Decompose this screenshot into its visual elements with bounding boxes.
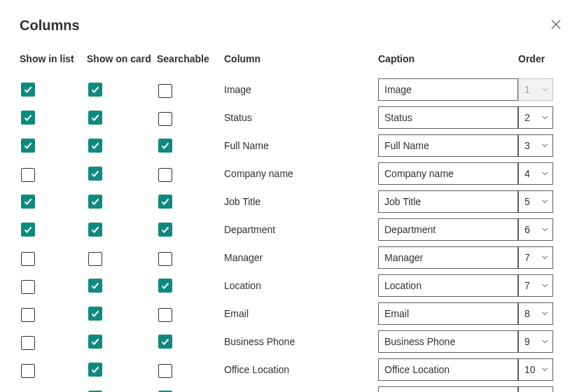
table-row: Department 6 xyxy=(20,217,564,242)
column-name-label: Department xyxy=(224,224,378,235)
chevron-down-icon xyxy=(541,142,548,149)
order-value: 6 xyxy=(524,224,530,235)
check-icon xyxy=(90,309,100,318)
check-icon xyxy=(160,225,170,234)
order-select[interactable]: 2 xyxy=(518,106,553,129)
order-select[interactable]: 9 xyxy=(518,330,553,353)
check-icon xyxy=(23,197,33,206)
checkbox-show-on-card[interactable] xyxy=(88,195,102,209)
table-row: Full Name 3 xyxy=(20,133,564,158)
table-header-row: Show in list Show on card Searchable Col… xyxy=(20,46,564,71)
column-name-label: Manager xyxy=(224,252,378,263)
caption-input[interactable] xyxy=(378,78,518,101)
checkbox-show-in-list[interactable] xyxy=(21,252,35,266)
checkbox-show-in-list[interactable] xyxy=(21,168,35,182)
checkbox-show-on-card[interactable] xyxy=(88,363,102,377)
caption-input[interactable] xyxy=(378,274,518,297)
check-icon xyxy=(90,225,100,234)
checkbox-searchable[interactable] xyxy=(158,223,172,237)
caption-input[interactable] xyxy=(378,330,518,353)
checkbox-show-on-card[interactable] xyxy=(88,139,102,153)
order-value: 1 xyxy=(524,84,530,95)
caption-input[interactable] xyxy=(378,218,518,241)
chevron-down-icon xyxy=(541,366,548,373)
caption-input[interactable] xyxy=(378,246,518,269)
order-select[interactable]: 7 xyxy=(518,246,553,269)
order-select[interactable]: 3 xyxy=(518,134,553,157)
caption-input[interactable] xyxy=(378,134,518,157)
table-row: Business Phone 9 xyxy=(20,329,564,354)
table-row: Cell phone 11 xyxy=(20,385,564,392)
checkbox-show-on-card[interactable] xyxy=(88,335,102,349)
table-row: Office Location 10 xyxy=(20,357,564,382)
checkbox-show-on-card[interactable] xyxy=(88,83,102,97)
caption-input[interactable] xyxy=(378,162,518,185)
column-name-label: Location xyxy=(224,280,378,291)
column-name-label: Full Name xyxy=(224,140,378,151)
table-row: Status 2 xyxy=(20,105,564,130)
checkbox-show-in-list[interactable] xyxy=(21,308,35,322)
order-select[interactable]: 11 xyxy=(518,386,553,392)
checkbox-searchable[interactable] xyxy=(158,84,172,98)
column-name-label: Job Title xyxy=(224,196,378,207)
checkbox-searchable[interactable] xyxy=(158,168,172,182)
checkbox-show-in-list[interactable] xyxy=(21,223,35,237)
order-select[interactable]: 7 xyxy=(518,274,553,297)
chevron-down-icon xyxy=(541,86,548,93)
checkbox-searchable[interactable] xyxy=(158,195,172,209)
page-title: Columns xyxy=(20,18,80,34)
order-select[interactable]: 4 xyxy=(518,162,553,185)
checkbox-show-in-list[interactable] xyxy=(21,280,35,294)
header-searchable: Searchable xyxy=(157,53,224,64)
checkbox-searchable[interactable] xyxy=(158,279,172,293)
caption-input[interactable] xyxy=(378,302,518,325)
checkbox-searchable[interactable] xyxy=(158,112,172,126)
check-icon xyxy=(90,169,100,178)
caption-input[interactable] xyxy=(378,358,518,381)
checkbox-show-on-card[interactable] xyxy=(88,223,102,237)
chevron-down-icon xyxy=(541,254,548,261)
chevron-down-icon xyxy=(541,114,548,121)
chevron-down-icon xyxy=(541,310,548,317)
close-button[interactable] xyxy=(548,17,564,34)
checkbox-show-in-list[interactable] xyxy=(21,336,35,350)
checkbox-show-in-list[interactable] xyxy=(21,139,35,153)
check-icon xyxy=(90,141,100,150)
checkbox-show-in-list[interactable] xyxy=(21,111,35,125)
order-value: 4 xyxy=(524,168,530,179)
order-select[interactable]: 5 xyxy=(518,190,553,213)
order-select[interactable]: 10 xyxy=(518,358,553,381)
order-value: 7 xyxy=(524,252,530,263)
chevron-down-icon xyxy=(541,170,548,177)
checkbox-show-in-list[interactable] xyxy=(21,195,35,209)
checkbox-show-in-list[interactable] xyxy=(21,364,35,378)
check-icon xyxy=(90,365,100,374)
check-icon xyxy=(90,337,100,346)
check-icon xyxy=(160,197,170,206)
checkbox-searchable[interactable] xyxy=(158,252,172,266)
checkbox-show-in-list[interactable] xyxy=(21,83,35,97)
check-icon xyxy=(90,197,100,206)
checkbox-searchable[interactable] xyxy=(158,308,172,322)
checkbox-show-on-card[interactable] xyxy=(88,167,102,181)
order-value: 10 xyxy=(524,364,536,375)
caption-input[interactable] xyxy=(378,386,518,392)
table-row: Image 1 xyxy=(20,77,564,102)
caption-input[interactable] xyxy=(378,190,518,213)
order-select[interactable]: 8 xyxy=(518,302,553,325)
checkbox-show-on-card[interactable] xyxy=(88,111,102,125)
checkbox-show-on-card[interactable] xyxy=(88,279,102,293)
checkbox-show-on-card[interactable] xyxy=(88,252,102,266)
order-value: 2 xyxy=(524,112,530,123)
order-select[interactable]: 6 xyxy=(518,218,553,241)
checkbox-searchable[interactable] xyxy=(158,364,172,378)
order-value: 9 xyxy=(524,336,530,347)
caption-input[interactable] xyxy=(378,106,518,129)
panel-header: Columns xyxy=(20,17,564,34)
close-icon xyxy=(551,20,561,31)
checkbox-show-on-card[interactable] xyxy=(88,307,102,321)
check-icon xyxy=(160,281,170,290)
table-row: Email 8 xyxy=(20,301,564,326)
checkbox-searchable[interactable] xyxy=(158,139,172,153)
checkbox-searchable[interactable] xyxy=(158,335,172,349)
